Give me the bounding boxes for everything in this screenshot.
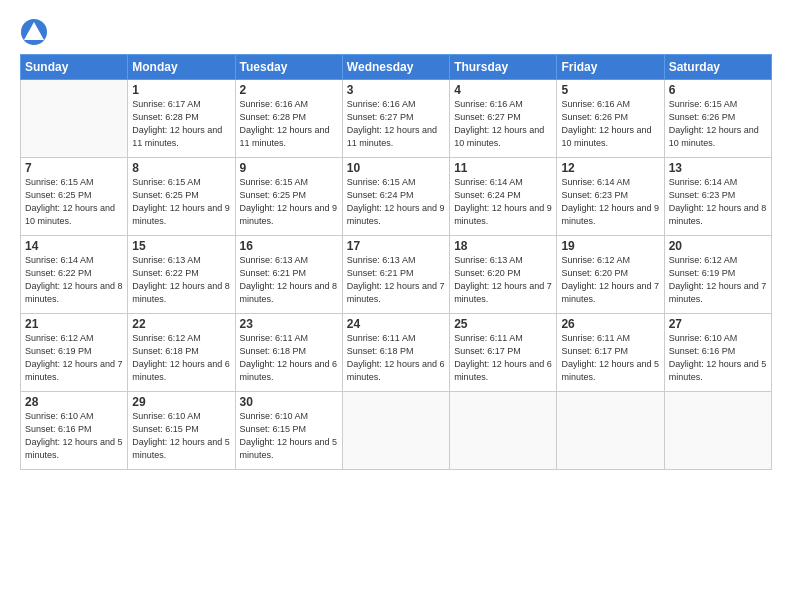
day-number: 13 bbox=[669, 161, 767, 175]
day-number: 6 bbox=[669, 83, 767, 97]
day-info: Sunrise: 6:15 AM Sunset: 6:25 PM Dayligh… bbox=[25, 176, 123, 228]
day-number: 14 bbox=[25, 239, 123, 253]
day-info: Sunrise: 6:12 AM Sunset: 6:19 PM Dayligh… bbox=[669, 254, 767, 306]
day-number: 22 bbox=[132, 317, 230, 331]
weekday-header: Friday bbox=[557, 55, 664, 80]
calendar-cell: 22Sunrise: 6:12 AM Sunset: 6:18 PM Dayli… bbox=[128, 314, 235, 392]
day-info: Sunrise: 6:10 AM Sunset: 6:16 PM Dayligh… bbox=[25, 410, 123, 462]
calendar-cell: 26Sunrise: 6:11 AM Sunset: 6:17 PM Dayli… bbox=[557, 314, 664, 392]
calendar-cell: 19Sunrise: 6:12 AM Sunset: 6:20 PM Dayli… bbox=[557, 236, 664, 314]
day-number: 4 bbox=[454, 83, 552, 97]
calendar-cell: 16Sunrise: 6:13 AM Sunset: 6:21 PM Dayli… bbox=[235, 236, 342, 314]
calendar-cell: 29Sunrise: 6:10 AM Sunset: 6:15 PM Dayli… bbox=[128, 392, 235, 470]
calendar-cell: 17Sunrise: 6:13 AM Sunset: 6:21 PM Dayli… bbox=[342, 236, 449, 314]
day-info: Sunrise: 6:12 AM Sunset: 6:19 PM Dayligh… bbox=[25, 332, 123, 384]
calendar-week-row: 14Sunrise: 6:14 AM Sunset: 6:22 PM Dayli… bbox=[21, 236, 772, 314]
day-number: 29 bbox=[132, 395, 230, 409]
day-info: Sunrise: 6:10 AM Sunset: 6:15 PM Dayligh… bbox=[132, 410, 230, 462]
day-number: 16 bbox=[240, 239, 338, 253]
day-number: 12 bbox=[561, 161, 659, 175]
day-info: Sunrise: 6:16 AM Sunset: 6:28 PM Dayligh… bbox=[240, 98, 338, 150]
day-info: Sunrise: 6:11 AM Sunset: 6:18 PM Dayligh… bbox=[347, 332, 445, 384]
day-number: 9 bbox=[240, 161, 338, 175]
day-info: Sunrise: 6:11 AM Sunset: 6:17 PM Dayligh… bbox=[561, 332, 659, 384]
day-number: 20 bbox=[669, 239, 767, 253]
weekday-header: Thursday bbox=[450, 55, 557, 80]
calendar-cell bbox=[664, 392, 771, 470]
day-number: 8 bbox=[132, 161, 230, 175]
calendar-cell: 2Sunrise: 6:16 AM Sunset: 6:28 PM Daylig… bbox=[235, 80, 342, 158]
day-info: Sunrise: 6:13 AM Sunset: 6:20 PM Dayligh… bbox=[454, 254, 552, 306]
day-info: Sunrise: 6:10 AM Sunset: 6:15 PM Dayligh… bbox=[240, 410, 338, 462]
day-info: Sunrise: 6:15 AM Sunset: 6:26 PM Dayligh… bbox=[669, 98, 767, 150]
weekday-header: Wednesday bbox=[342, 55, 449, 80]
calendar-cell: 3Sunrise: 6:16 AM Sunset: 6:27 PM Daylig… bbox=[342, 80, 449, 158]
calendar-cell: 15Sunrise: 6:13 AM Sunset: 6:22 PM Dayli… bbox=[128, 236, 235, 314]
day-number: 21 bbox=[25, 317, 123, 331]
calendar-cell: 4Sunrise: 6:16 AM Sunset: 6:27 PM Daylig… bbox=[450, 80, 557, 158]
day-number: 2 bbox=[240, 83, 338, 97]
day-number: 19 bbox=[561, 239, 659, 253]
day-info: Sunrise: 6:14 AM Sunset: 6:23 PM Dayligh… bbox=[561, 176, 659, 228]
weekday-header: Monday bbox=[128, 55, 235, 80]
day-number: 26 bbox=[561, 317, 659, 331]
calendar-week-row: 7Sunrise: 6:15 AM Sunset: 6:25 PM Daylig… bbox=[21, 158, 772, 236]
day-info: Sunrise: 6:12 AM Sunset: 6:20 PM Dayligh… bbox=[561, 254, 659, 306]
calendar-cell: 10Sunrise: 6:15 AM Sunset: 6:24 PM Dayli… bbox=[342, 158, 449, 236]
day-info: Sunrise: 6:15 AM Sunset: 6:25 PM Dayligh… bbox=[240, 176, 338, 228]
calendar-cell: 8Sunrise: 6:15 AM Sunset: 6:25 PM Daylig… bbox=[128, 158, 235, 236]
page: SundayMondayTuesdayWednesdayThursdayFrid… bbox=[0, 0, 792, 612]
calendar-cell: 9Sunrise: 6:15 AM Sunset: 6:25 PM Daylig… bbox=[235, 158, 342, 236]
calendar-cell: 18Sunrise: 6:13 AM Sunset: 6:20 PM Dayli… bbox=[450, 236, 557, 314]
logo bbox=[20, 18, 50, 46]
calendar-table: SundayMondayTuesdayWednesdayThursdayFrid… bbox=[20, 54, 772, 470]
logo-icon bbox=[20, 18, 48, 46]
calendar-cell: 21Sunrise: 6:12 AM Sunset: 6:19 PM Dayli… bbox=[21, 314, 128, 392]
day-info: Sunrise: 6:16 AM Sunset: 6:27 PM Dayligh… bbox=[454, 98, 552, 150]
calendar-cell bbox=[21, 80, 128, 158]
calendar-cell: 6Sunrise: 6:15 AM Sunset: 6:26 PM Daylig… bbox=[664, 80, 771, 158]
day-number: 24 bbox=[347, 317, 445, 331]
day-info: Sunrise: 6:11 AM Sunset: 6:17 PM Dayligh… bbox=[454, 332, 552, 384]
day-number: 23 bbox=[240, 317, 338, 331]
calendar-cell: 12Sunrise: 6:14 AM Sunset: 6:23 PM Dayli… bbox=[557, 158, 664, 236]
calendar-cell: 5Sunrise: 6:16 AM Sunset: 6:26 PM Daylig… bbox=[557, 80, 664, 158]
day-info: Sunrise: 6:15 AM Sunset: 6:24 PM Dayligh… bbox=[347, 176, 445, 228]
calendar-week-row: 28Sunrise: 6:10 AM Sunset: 6:16 PM Dayli… bbox=[21, 392, 772, 470]
day-info: Sunrise: 6:13 AM Sunset: 6:22 PM Dayligh… bbox=[132, 254, 230, 306]
calendar-cell bbox=[450, 392, 557, 470]
day-info: Sunrise: 6:17 AM Sunset: 6:28 PM Dayligh… bbox=[132, 98, 230, 150]
day-number: 3 bbox=[347, 83, 445, 97]
day-info: Sunrise: 6:14 AM Sunset: 6:22 PM Dayligh… bbox=[25, 254, 123, 306]
weekday-header: Sunday bbox=[21, 55, 128, 80]
calendar-cell: 14Sunrise: 6:14 AM Sunset: 6:22 PM Dayli… bbox=[21, 236, 128, 314]
day-info: Sunrise: 6:15 AM Sunset: 6:25 PM Dayligh… bbox=[132, 176, 230, 228]
day-info: Sunrise: 6:16 AM Sunset: 6:27 PM Dayligh… bbox=[347, 98, 445, 150]
weekday-header: Tuesday bbox=[235, 55, 342, 80]
day-number: 17 bbox=[347, 239, 445, 253]
day-info: Sunrise: 6:10 AM Sunset: 6:16 PM Dayligh… bbox=[669, 332, 767, 384]
day-info: Sunrise: 6:13 AM Sunset: 6:21 PM Dayligh… bbox=[347, 254, 445, 306]
day-number: 30 bbox=[240, 395, 338, 409]
calendar-cell: 28Sunrise: 6:10 AM Sunset: 6:16 PM Dayli… bbox=[21, 392, 128, 470]
day-number: 15 bbox=[132, 239, 230, 253]
day-number: 28 bbox=[25, 395, 123, 409]
calendar-cell: 7Sunrise: 6:15 AM Sunset: 6:25 PM Daylig… bbox=[21, 158, 128, 236]
calendar-cell: 1Sunrise: 6:17 AM Sunset: 6:28 PM Daylig… bbox=[128, 80, 235, 158]
day-number: 10 bbox=[347, 161, 445, 175]
calendar-week-row: 1Sunrise: 6:17 AM Sunset: 6:28 PM Daylig… bbox=[21, 80, 772, 158]
calendar-cell: 24Sunrise: 6:11 AM Sunset: 6:18 PM Dayli… bbox=[342, 314, 449, 392]
calendar-week-row: 21Sunrise: 6:12 AM Sunset: 6:19 PM Dayli… bbox=[21, 314, 772, 392]
calendar-cell: 25Sunrise: 6:11 AM Sunset: 6:17 PM Dayli… bbox=[450, 314, 557, 392]
calendar-cell bbox=[342, 392, 449, 470]
day-number: 7 bbox=[25, 161, 123, 175]
calendar-cell: 27Sunrise: 6:10 AM Sunset: 6:16 PM Dayli… bbox=[664, 314, 771, 392]
calendar-cell: 11Sunrise: 6:14 AM Sunset: 6:24 PM Dayli… bbox=[450, 158, 557, 236]
day-number: 1 bbox=[132, 83, 230, 97]
calendar-cell: 13Sunrise: 6:14 AM Sunset: 6:23 PM Dayli… bbox=[664, 158, 771, 236]
day-info: Sunrise: 6:13 AM Sunset: 6:21 PM Dayligh… bbox=[240, 254, 338, 306]
calendar-cell bbox=[557, 392, 664, 470]
day-number: 25 bbox=[454, 317, 552, 331]
calendar-cell: 30Sunrise: 6:10 AM Sunset: 6:15 PM Dayli… bbox=[235, 392, 342, 470]
day-number: 18 bbox=[454, 239, 552, 253]
